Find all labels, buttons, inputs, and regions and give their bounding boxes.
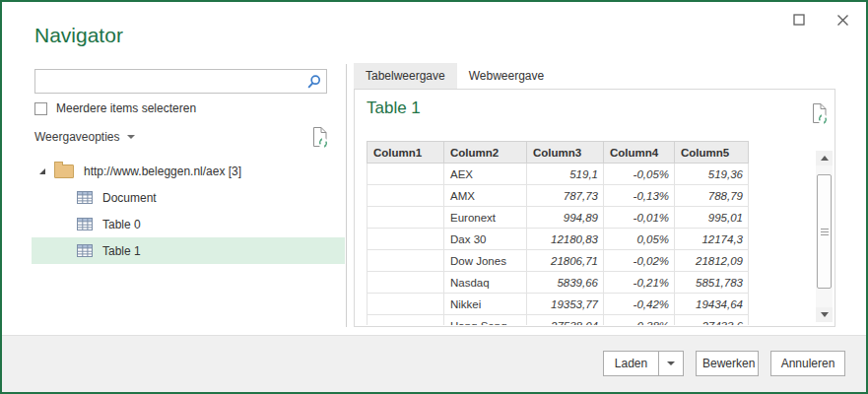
load-dropdown-button[interactable] bbox=[658, 351, 684, 376]
preview-table: Column1Column2Column3Column4Column5AEX51… bbox=[367, 141, 749, 325]
table-row: Nasdaq5839,66-0,21%5851,783 bbox=[367, 272, 749, 294]
multi-select-row: Meerdere items selecteren bbox=[34, 101, 196, 115]
tree-item-source[interactable]: http://www.beleggen.nl/aex [3] bbox=[32, 158, 345, 184]
display-options-dropdown[interactable]: Weergaveopties bbox=[34, 130, 135, 144]
table-cell: 21806,71 bbox=[527, 250, 604, 272]
table-cell: 19353,77 bbox=[527, 294, 604, 315]
table-cell: -0,05% bbox=[604, 164, 675, 185]
close-icon bbox=[836, 14, 849, 27]
search-input[interactable] bbox=[39, 72, 302, 93]
table-row: Dow Jones21806,71-0,02%21812,09 bbox=[367, 250, 749, 272]
tab-table-view[interactable]: Tabelweergave bbox=[354, 63, 457, 89]
tree-item-table-0[interactable]: Table 0 bbox=[32, 211, 345, 237]
page-title: Navigator bbox=[34, 24, 123, 47]
tree-item-label: Table 1 bbox=[102, 244, 141, 258]
table-cell bbox=[367, 272, 444, 294]
table-cell: Nikkei bbox=[444, 294, 527, 315]
table-cell: AMX bbox=[444, 185, 527, 207]
panel-divider bbox=[346, 64, 347, 327]
window-controls bbox=[789, 10, 852, 30]
table-cell: -0,21% bbox=[604, 272, 675, 294]
scrollbar-thumb[interactable] bbox=[817, 174, 832, 289]
table-icon bbox=[77, 191, 93, 204]
table-cell bbox=[367, 315, 444, 326]
table-cell: 0,38% bbox=[604, 315, 675, 326]
display-options-label: Weergaveopties bbox=[34, 130, 120, 144]
search-box bbox=[34, 69, 327, 94]
column-header: Column4 bbox=[604, 142, 675, 164]
table-cell: 5851,783 bbox=[675, 272, 749, 294]
vertical-scrollbar[interactable] bbox=[816, 151, 833, 322]
chevron-down-icon bbox=[667, 361, 675, 365]
table-cell: Euronext bbox=[444, 207, 527, 229]
table-cell: 27538,04 bbox=[527, 315, 604, 326]
close-button[interactable] bbox=[833, 10, 852, 30]
load-button[interactable]: Laden bbox=[603, 351, 658, 376]
chevron-down-icon bbox=[127, 135, 135, 139]
scroll-up-button[interactable] bbox=[816, 151, 833, 165]
table-cell bbox=[367, 250, 444, 272]
table-cell: 787,73 bbox=[527, 185, 604, 207]
maximize-icon bbox=[793, 14, 805, 26]
table-cell: 21812,09 bbox=[675, 250, 749, 272]
table-cell: 12174,3 bbox=[675, 229, 749, 250]
arrow-up-icon bbox=[821, 156, 829, 161]
magnifier-icon[interactable] bbox=[306, 74, 321, 94]
navigator-dialog: Navigator Meerdere items selecteren Weer… bbox=[0, 0, 868, 394]
table-row: Dax 3012180,830,05%12174,3 bbox=[367, 229, 749, 250]
tree-item-table-1[interactable]: Table 1 bbox=[32, 237, 345, 264]
scroll-down-button[interactable] bbox=[816, 307, 833, 322]
tree-item-document[interactable]: Document bbox=[32, 184, 345, 211]
table-cell bbox=[367, 229, 444, 250]
table-cell: -0,01% bbox=[604, 207, 675, 229]
preview-tabs: Tabelweergave Webweergave bbox=[354, 63, 556, 89]
tab-web-view[interactable]: Webweergave bbox=[457, 63, 557, 89]
table-cell: 788,79 bbox=[675, 185, 749, 207]
footer-buttons: Laden Bewerken Annuleren bbox=[603, 351, 845, 376]
table-row: AMX787,73-0,13%788,79 bbox=[367, 185, 749, 207]
table-cell: 19434,64 bbox=[675, 294, 749, 315]
column-header: Column5 bbox=[675, 142, 749, 164]
table-cell: 995,01 bbox=[675, 207, 749, 229]
folder-icon bbox=[54, 164, 74, 178]
maximize-button[interactable] bbox=[789, 10, 809, 30]
table-cell bbox=[367, 294, 444, 315]
table-cell: 519,36 bbox=[675, 164, 749, 185]
table-cell: 27433,6 bbox=[675, 315, 749, 326]
refresh-preview-icon bbox=[311, 126, 329, 149]
edit-button[interactable]: Bewerken bbox=[696, 351, 759, 376]
table-cell: AEX bbox=[444, 164, 527, 185]
table-row: Nikkei19353,77-0,42%19434,64 bbox=[367, 294, 749, 315]
table-cell: 994,89 bbox=[527, 207, 604, 229]
multi-select-checkbox[interactable] bbox=[34, 102, 47, 115]
gripper-icon bbox=[821, 229, 829, 235]
tree-item-label: http://www.beleggen.nl/aex [3] bbox=[84, 164, 241, 178]
refresh-preview-button[interactable] bbox=[311, 126, 329, 152]
table-row: Hang Seng27538,040,38%27433,6 bbox=[367, 315, 749, 326]
table-row: Euronext994,89-0,01%995,01 bbox=[367, 207, 749, 229]
table-cell: Dow Jones bbox=[444, 250, 527, 272]
refresh-preview-icon bbox=[811, 102, 829, 125]
refresh-preview-button[interactable] bbox=[811, 102, 829, 128]
table-cell: 0,05% bbox=[604, 229, 675, 250]
table-cell: -0,42% bbox=[604, 294, 675, 315]
tree-item-label: Document bbox=[102, 191, 157, 205]
tree-item-label: Table 0 bbox=[102, 218, 141, 231]
column-header: Column2 bbox=[444, 142, 527, 164]
table-cell: Hang Seng bbox=[444, 315, 527, 326]
table-cell: -0,02% bbox=[604, 250, 675, 272]
column-header: Column3 bbox=[527, 142, 604, 164]
table-icon bbox=[77, 244, 93, 257]
expander-icon[interactable] bbox=[39, 168, 45, 174]
table-cell bbox=[367, 207, 444, 229]
cancel-button[interactable]: Annuleren bbox=[770, 351, 845, 376]
table-cell bbox=[367, 164, 444, 185]
table-row: AEX519,1-0,05%519,36 bbox=[367, 164, 749, 185]
table-cell: Dax 30 bbox=[444, 229, 527, 250]
table-cell: 5839,66 bbox=[527, 272, 604, 294]
column-header: Column1 bbox=[367, 142, 444, 164]
table-cell: Nasdaq bbox=[444, 272, 527, 294]
preview-table-title: Table 1 bbox=[367, 98, 421, 118]
multi-select-label: Meerdere items selecteren bbox=[56, 101, 196, 115]
dialog-footer: Laden Bewerken Annuleren bbox=[2, 335, 866, 392]
